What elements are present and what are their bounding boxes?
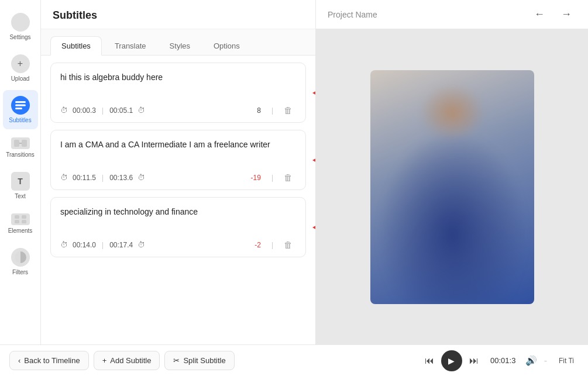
subtitle-footer-2: ⏱ 00:11.5 | 00:13.6 ⏱ -19 | 🗑 (60, 171, 296, 184)
video-panel: Project Name ← → (316, 0, 588, 344)
svg-rect-0 (15, 101, 26, 103)
panel-title: Subtitles (41, 0, 315, 29)
volume-button[interactable]: 🔊 (525, 355, 537, 366)
video-area (316, 29, 588, 344)
svg-rect-2 (15, 108, 22, 109)
subtitle-card-2: I am a CMA and a CA Intermediate I am a … (50, 130, 306, 190)
clock-icon-3b: ⏱ (137, 240, 145, 249)
subtitle-card-wrapper-1: hi this is algebra buddy here ⏱ 00:00.3 … (50, 63, 306, 123)
svg-rect-4 (22, 140, 27, 147)
play-button[interactable]: ▶ (441, 350, 462, 371)
subtitle-text-3[interactable]: specializing in technology and finance (60, 206, 296, 230)
subtitle-card-1: hi this is algebra buddy here ⏱ 00:00.3 … (50, 63, 306, 123)
svg-rect-5 (15, 215, 19, 219)
subtitle-end-3: 00:17.4 (109, 241, 133, 249)
bottom-bar: ‹ Back to Timeline + Add Subtitle ✂ Spli… (0, 344, 588, 376)
fit-button[interactable]: Fit Ti (554, 354, 579, 367)
delete-btn-1[interactable]: 🗑 (280, 104, 296, 116)
back-to-timeline-label: Back to Timeline (24, 356, 80, 365)
svg-rect-3 (14, 140, 19, 147)
sidebar-item-upload[interactable]: + Upload (3, 49, 38, 88)
subtitle-footer-3: ⏱ 00:14.0 | 00:17.4 ⏱ -2 | 🗑 (60, 239, 296, 251)
filters-icon (11, 248, 30, 267)
sidebar-item-filters[interactable]: Filters (3, 242, 38, 281)
project-name: Project Name (328, 10, 522, 19)
sidebar-item-elements[interactable]: Elements (3, 208, 38, 240)
subtitles-panel: Subtitles Subtitles Translate Styles Opt… (41, 0, 316, 344)
tab-options[interactable]: Options (203, 36, 250, 55)
subtitle-end-2: 00:13.6 (109, 174, 133, 182)
subtitle-card-wrapper-2: I am a CMA and a CA Intermediate I am a … (50, 130, 306, 190)
clock-icon-1b: ⏱ (137, 106, 145, 115)
arrow-head-3 (312, 223, 315, 232)
subtitle-start-2: 00:11.5 (73, 174, 96, 182)
sidebar: Settings + Upload Subtitles (0, 0, 41, 344)
arrow-head-1 (312, 88, 315, 98)
subtitle-badge-2: -19 (247, 173, 264, 183)
subtitle-footer-1: ⏱ 00:00.3 | 00:05.1 ⏱ 8 | 🗑 (60, 104, 296, 116)
arrow-annotation-3 (312, 223, 315, 232)
tab-translate[interactable]: Translate (104, 36, 157, 55)
sidebar-item-text[interactable]: T Text (3, 166, 38, 205)
sidebar-item-settings[interactable]: Settings (3, 7, 38, 46)
subtitles-list: hi this is algebra buddy here ⏱ 00:00.3 … (41, 56, 315, 344)
arrow-annotation-1 (312, 88, 315, 98)
undo-button[interactable]: ← (529, 6, 549, 23)
main-layout: Settings + Upload Subtitles (0, 0, 588, 344)
sidebar-item-upload-label: Upload (11, 75, 30, 82)
playback-controls: ⏮ ▶ ⏭ 00:01:3 🔊 - Fit Ti (422, 350, 579, 371)
tab-subtitles[interactable]: Subtitles (50, 36, 102, 56)
subtitle-card-3: specializing in technology and finance ⏱… (50, 197, 306, 257)
subtitle-end-1: 00:05.1 (109, 106, 133, 115)
sidebar-item-settings-label: Settings (9, 34, 30, 40)
rewind-button[interactable]: ⏮ (422, 353, 436, 368)
svg-rect-7 (15, 220, 19, 223)
sidebar-item-text-label: Text (15, 193, 25, 199)
svg-rect-6 (22, 215, 26, 219)
arrow-head-2 (312, 156, 315, 165)
split-icon: ✂ (173, 356, 180, 365)
clock-icon-1: ⏱ (60, 106, 68, 115)
person-shape (370, 70, 534, 304)
upload-icon: + (11, 54, 30, 73)
settings-icon (11, 13, 30, 32)
arrow-annotation-2 (312, 156, 315, 165)
video-header: Project Name ← → (316, 0, 588, 29)
fast-forward-button[interactable]: ⏭ (467, 353, 481, 368)
delete-btn-2[interactable]: 🗑 (280, 171, 296, 184)
clock-icon-2: ⏱ (60, 173, 68, 182)
subtitle-start-3: 00:14.0 (73, 241, 96, 249)
delete-btn-3[interactable]: 🗑 (280, 239, 296, 251)
svg-rect-8 (22, 220, 26, 223)
elements-icon (11, 213, 30, 225)
text-icon: T (11, 172, 30, 191)
transitions-icon (11, 137, 30, 149)
sidebar-item-elements-label: Elements (8, 227, 33, 234)
split-subtitle-label: Split Subtitle (183, 356, 225, 365)
clock-icon-3: ⏱ (60, 240, 68, 249)
time-display: 00:01:3 (486, 356, 521, 365)
sidebar-item-filters-label: Filters (12, 269, 28, 275)
add-subtitle-button[interactable]: + Add Subtitle (94, 351, 160, 370)
subtitle-text-1[interactable]: hi this is algebra buddy here (60, 71, 296, 96)
sidebar-item-transitions-label: Transitions (6, 151, 35, 158)
subtitle-start-1: 00:00.3 (73, 106, 96, 115)
plus-icon: + (102, 356, 107, 365)
video-preview (370, 70, 534, 304)
sidebar-item-subtitles[interactable]: Subtitles (3, 90, 38, 129)
back-icon: ‹ (18, 356, 20, 365)
subtitles-icon (11, 96, 30, 115)
svg-rect-1 (15, 105, 26, 106)
add-subtitle-label: Add Subtitle (110, 356, 151, 365)
subtitle-badge-1: 8 (253, 105, 264, 116)
subtitle-card-wrapper-3: specializing in technology and finance ⏱… (50, 197, 306, 257)
back-to-timeline-button[interactable]: ‹ Back to Timeline (9, 351, 89, 370)
sidebar-item-subtitles-label: Subtitles (9, 117, 31, 123)
split-subtitle-button[interactable]: ✂ Split Subtitle (164, 351, 234, 370)
redo-button[interactable]: → (556, 6, 576, 23)
subtitle-text-2[interactable]: I am a CMA and a CA Intermediate I am a … (60, 139, 296, 163)
clock-icon-2b: ⏱ (137, 173, 145, 182)
sidebar-item-transitions[interactable]: Transitions (3, 132, 38, 164)
subtitle-badge-3: -2 (251, 240, 264, 250)
tab-styles[interactable]: Styles (159, 36, 201, 55)
